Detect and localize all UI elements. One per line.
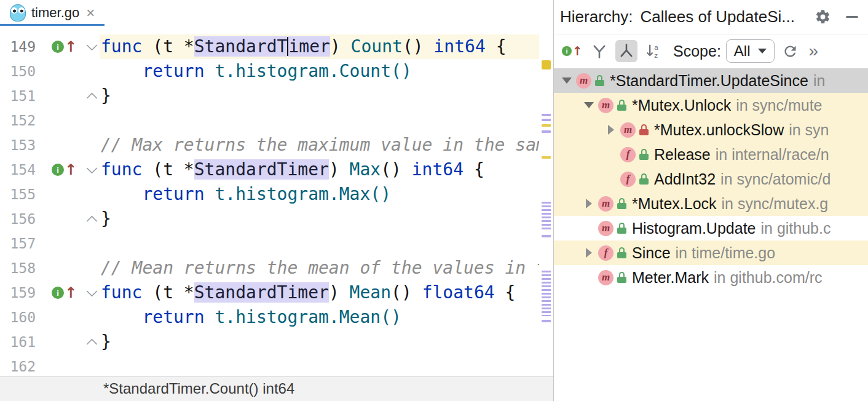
fold-open-icon[interactable]: [86, 162, 97, 173]
code-line[interactable]: 149i↑func (t *StandardTimer) Count() int…: [0, 34, 539, 59]
code-editor[interactable]: 149i↑func (t *StandardTimer) Count() int…: [0, 26, 553, 376]
line-number[interactable]: 156: [0, 207, 37, 231]
scrollbar-marker[interactable]: [542, 320, 551, 322]
tab-timer-go[interactable]: timer.go ×: [0, 0, 105, 26]
line-number[interactable]: 154: [0, 157, 37, 182]
line-number[interactable]: 160: [0, 305, 37, 330]
line-number[interactable]: 152: [0, 108, 37, 133]
scrollbar-marker[interactable]: [542, 124, 551, 127]
fold-gutter[interactable]: [84, 34, 100, 59]
editor-scrollbar[interactable]: [540, 52, 553, 352]
node-name: *Mutex.unlockSlow: [654, 121, 784, 139]
scrollbar-marker[interactable]: [542, 130, 551, 133]
fold-gutter[interactable]: [84, 207, 100, 231]
more-actions-icon[interactable]: »: [809, 41, 819, 61]
fold-gutter[interactable]: [84, 330, 100, 354]
scrollbar-marker[interactable]: [542, 156, 551, 159]
hierarchy-node[interactable]: m*Mutex.Lockin sync/mutex.g: [554, 191, 868, 216]
scrollbar-marker[interactable]: [542, 235, 551, 237]
code-line[interactable]: 161}: [0, 330, 539, 354]
line-number[interactable]: 162: [0, 354, 37, 376]
fold-gutter[interactable]: [84, 133, 100, 157]
hierarchy-node[interactable]: fAddInt32in sync/atomic/d: [554, 167, 868, 191]
hierarchy-node[interactable]: mMeter.Markin github.com/rc: [554, 265, 868, 290]
expand-arrow-icon[interactable]: [602, 125, 620, 135]
fold-gutter[interactable]: [84, 182, 100, 207]
code-line[interactable]: 158// Mean returns the mean of the value…: [0, 256, 539, 280]
line-number[interactable]: 153: [0, 133, 37, 157]
fold-gutter[interactable]: [84, 84, 100, 108]
gutter-icons: [37, 207, 84, 231]
hierarchy-node[interactable]: mHistogram.Updatein github.c: [554, 216, 868, 240]
override-up-arrow-icon[interactable]: ↑: [65, 285, 77, 300]
expand-arrow-icon[interactable]: [580, 102, 598, 108]
expand-arrow-icon[interactable]: [580, 248, 598, 258]
code-line[interactable]: 157: [0, 231, 539, 256]
fold-gutter[interactable]: [84, 157, 100, 182]
expand-arrow-icon[interactable]: [558, 77, 576, 84]
fold-end-icon[interactable]: [86, 215, 97, 226]
fold-end-icon[interactable]: [86, 338, 97, 349]
code-line[interactable]: 159i↑func (t *StandardTimer) Mean() floa…: [0, 280, 539, 305]
implements-icon[interactable]: i: [52, 41, 64, 53]
line-number[interactable]: 155: [0, 182, 37, 207]
fold-gutter[interactable]: [84, 354, 100, 376]
line-number[interactable]: 161: [0, 330, 37, 354]
base-method-icon[interactable]: i↑: [561, 40, 583, 62]
scrollbar-marker[interactable]: [542, 114, 551, 116]
method-icon: m: [598, 221, 614, 236]
sort-alphabetically-icon[interactable]: az: [642, 40, 665, 62]
code-text: // Max returns the maximum value in the …: [100, 133, 539, 157]
hide-panel-button[interactable]: [846, 16, 858, 18]
scope-dropdown[interactable]: All: [726, 39, 775, 63]
scrollbar-marker[interactable]: [542, 202, 551, 230]
fold-gutter[interactable]: [84, 231, 100, 256]
fold-open-icon[interactable]: [86, 39, 97, 50]
hierarchy-node[interactable]: m*Mutex.Unlockin sync/mute: [554, 93, 868, 117]
code-line[interactable]: 150 return t.histogram.Count(): [0, 59, 539, 84]
hierarchy-node[interactable]: fReleasein internal/race/n: [554, 142, 868, 167]
line-number[interactable]: 150: [0, 59, 37, 84]
hierarchy-node[interactable]: fSincein time/time.go: [554, 240, 868, 265]
caller-hierarchy-icon[interactable]: [588, 40, 610, 62]
override-up-arrow-icon[interactable]: ↑: [65, 162, 77, 177]
line-number[interactable]: 158: [0, 256, 37, 280]
scrollbar-marker[interactable]: [542, 271, 551, 316]
override-up-arrow-icon[interactable]: ↑: [65, 39, 77, 54]
implements-icon[interactable]: i: [52, 287, 64, 299]
expand-arrow-icon[interactable]: [580, 199, 598, 208]
line-number[interactable]: 151: [0, 84, 37, 108]
refresh-icon[interactable]: [779, 40, 802, 62]
svg-text:a: a: [654, 43, 658, 51]
hierarchy-node[interactable]: m*StandardTimer.UpdateSincein: [554, 68, 868, 93]
code-line[interactable]: 153// Max returns the maximum value in t…: [0, 133, 539, 157]
hierarchy-node[interactable]: m*Mutex.unlockSlowin syn: [554, 117, 868, 142]
fold-end-icon[interactable]: [86, 92, 97, 103]
code-line[interactable]: 162: [0, 354, 539, 376]
fold-open-icon[interactable]: [86, 285, 97, 296]
fold-gutter[interactable]: [84, 305, 100, 330]
callee-hierarchy-icon[interactable]: [615, 40, 637, 62]
line-number[interactable]: 157: [0, 231, 37, 256]
method-icon: m: [598, 98, 614, 113]
line-number[interactable]: 159: [0, 280, 37, 305]
fold-gutter[interactable]: [84, 256, 100, 280]
tab-close-icon[interactable]: ×: [85, 6, 95, 20]
fold-gutter[interactable]: [84, 59, 100, 84]
code-line[interactable]: 156}: [0, 207, 539, 231]
fold-gutter[interactable]: [84, 280, 100, 305]
code-text: return t.histogram.Mean(): [100, 305, 539, 330]
tree-indent: [554, 130, 602, 130]
fold-gutter[interactable]: [84, 108, 100, 133]
implements-icon[interactable]: i: [52, 164, 64, 176]
hierarchy-toolbar: i↑ az Scope: All »: [554, 34, 868, 68]
code-line[interactable]: 154i↑func (t *StandardTimer) Max() int64…: [0, 157, 539, 182]
code-line[interactable]: 160 return t.histogram.Mean(): [0, 305, 539, 330]
line-number[interactable]: 149: [0, 34, 37, 59]
settings-gear-icon[interactable]: [815, 9, 831, 25]
scrollbar-marker[interactable]: [542, 60, 551, 69]
code-line[interactable]: 155 return t.histogram.Max(): [0, 182, 539, 207]
scrollbar-marker[interactable]: [542, 119, 551, 121]
code-line[interactable]: 151}: [0, 84, 539, 108]
code-line[interactable]: 152: [0, 108, 539, 133]
